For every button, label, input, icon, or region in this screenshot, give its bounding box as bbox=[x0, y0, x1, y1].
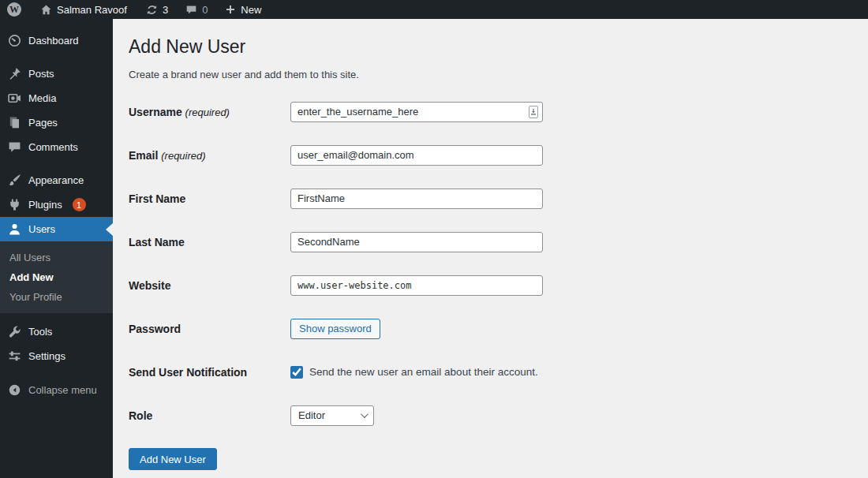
site-name-label: Salman Ravoof bbox=[57, 4, 127, 16]
sidebar-item-media[interactable]: Media bbox=[0, 86, 113, 110]
comment-bubble-icon bbox=[8, 140, 21, 154]
form-row-password: Password Show password bbox=[129, 307, 852, 350]
menu-separator bbox=[0, 53, 113, 62]
sliders-icon bbox=[8, 349, 21, 363]
home-icon bbox=[40, 4, 52, 16]
email-label: Email (required) bbox=[129, 149, 290, 162]
last-name-input[interactable] bbox=[290, 232, 543, 252]
role-select[interactable]: Editor bbox=[290, 405, 374, 426]
menu-separator bbox=[0, 159, 113, 168]
role-label: Role bbox=[129, 409, 290, 422]
submenu-item-your-profile[interactable]: Your Profile bbox=[0, 287, 113, 307]
notification-checkbox[interactable] bbox=[290, 366, 303, 379]
notification-checkbox-label: Send the new user an email about their a… bbox=[309, 366, 538, 378]
first-name-label: First Name bbox=[129, 192, 290, 205]
chevron-down-icon bbox=[361, 410, 369, 418]
sidebar-label: Tools bbox=[28, 326, 52, 338]
submenu-item-all-users[interactable]: All Users bbox=[0, 248, 113, 267]
submenu-item-add-new[interactable]: Add New bbox=[0, 267, 113, 287]
form-row-first-name: First Name bbox=[129, 177, 852, 220]
submenu-label: All Users bbox=[9, 252, 51, 263]
form-row-last-name: Last Name bbox=[129, 220, 852, 263]
sidebar-item-dashboard[interactable]: Dashboard bbox=[0, 28, 113, 53]
sidebar-label: Users bbox=[28, 223, 55, 235]
new-label: New bbox=[241, 4, 261, 16]
sidebar-item-posts[interactable]: Posts bbox=[0, 62, 113, 86]
plugins-update-badge: 1 bbox=[73, 198, 86, 211]
sidebar-label: Dashboard bbox=[28, 35, 79, 47]
sidebar-item-pages[interactable]: Pages bbox=[0, 110, 113, 135]
username-label: Username (required) bbox=[129, 106, 290, 118]
role-selected-value: Editor bbox=[298, 409, 325, 421]
form-row-website: Website bbox=[129, 263, 852, 307]
form-row-role: Role Editor bbox=[129, 394, 852, 437]
notification-label: Send User Notification bbox=[129, 366, 290, 379]
sidebar-item-settings[interactable]: Settings bbox=[0, 344, 113, 368]
dashboard-gauge-icon bbox=[8, 34, 21, 47]
sidebar-label: Pages bbox=[28, 117, 58, 129]
website-label: Website bbox=[129, 279, 290, 292]
user-icon bbox=[8, 222, 21, 236]
comments-menu[interactable]: 0 bbox=[179, 0, 214, 19]
menu-separator bbox=[0, 368, 113, 378]
notification-checkbox-wrap: Send the new user an email about their a… bbox=[290, 366, 538, 379]
admin-top-bar: W Salman Ravoof 3 0 bbox=[0, 0, 868, 19]
last-name-label: Last Name bbox=[129, 236, 290, 248]
add-user-form: Username (required) Email (required) bbox=[129, 90, 852, 470]
first-name-input[interactable] bbox=[290, 189, 543, 209]
sidebar-item-tools[interactable]: Tools bbox=[0, 319, 113, 344]
collapse-arrow-icon bbox=[8, 383, 21, 397]
sidebar-item-users[interactable]: Users bbox=[0, 217, 113, 241]
form-row-username: Username (required) bbox=[129, 90, 852, 133]
form-row-email: Email (required) bbox=[129, 133, 852, 177]
sidebar-item-comments[interactable]: Comments bbox=[0, 135, 113, 159]
wordpress-logo-menu[interactable]: W bbox=[0, 0, 28, 19]
username-input-wrap bbox=[290, 102, 543, 122]
show-password-button[interactable]: Show password bbox=[290, 319, 380, 339]
sidebar-label: Comments bbox=[28, 141, 78, 153]
comments-count: 0 bbox=[202, 4, 208, 16]
plus-icon bbox=[225, 4, 236, 15]
admin-sidebar: Dashboard Posts Media Pages Commen bbox=[0, 19, 113, 478]
wrench-icon bbox=[8, 325, 21, 338]
website-input[interactable] bbox=[290, 275, 543, 296]
sidebar-item-appearance[interactable]: Appearance bbox=[0, 168, 113, 192]
wordpress-logo-icon: W bbox=[7, 2, 21, 17]
updates-count: 3 bbox=[163, 4, 168, 16]
plug-icon bbox=[8, 198, 21, 211]
username-input[interactable] bbox=[290, 102, 543, 122]
pushpin-icon bbox=[8, 67, 21, 80]
sidebar-item-collapse-menu[interactable]: Collapse menu bbox=[0, 378, 113, 402]
updates-menu[interactable]: 3 bbox=[140, 0, 174, 19]
menu-separator bbox=[0, 313, 113, 319]
sidebar-label: Appearance bbox=[28, 174, 84, 186]
new-content-menu[interactable]: New bbox=[219, 0, 268, 19]
media-camera-icon bbox=[8, 91, 21, 105]
email-input[interactable] bbox=[290, 145, 543, 166]
users-submenu: All Users Add New Your Profile bbox=[0, 241, 113, 313]
sidebar-label: Plugins bbox=[28, 199, 62, 211]
sidebar-label: Settings bbox=[28, 350, 65, 362]
required-note: (required) bbox=[185, 106, 230, 118]
required-note: (required) bbox=[161, 150, 205, 162]
sidebar-label: Posts bbox=[28, 68, 54, 80]
wordpress-admin-screen: W Salman Ravoof 3 0 bbox=[0, 0, 868, 478]
form-row-notification: Send User Notification Send the new user… bbox=[129, 350, 852, 394]
site-name-menu[interactable]: Salman Ravoof bbox=[34, 0, 133, 19]
comment-bubble-icon bbox=[185, 4, 197, 16]
sidebar-label: Collapse menu bbox=[28, 384, 97, 396]
paintbrush-icon bbox=[8, 174, 21, 187]
pages-icon bbox=[8, 116, 21, 129]
extension-autofill-icon[interactable] bbox=[529, 106, 538, 118]
sidebar-label: Media bbox=[28, 92, 56, 104]
add-new-user-submit-button[interactable]: Add New User bbox=[129, 448, 217, 470]
page-description: Create a brand new user and add them to … bbox=[129, 69, 852, 80]
password-label: Password bbox=[129, 323, 290, 335]
submenu-label: Add New bbox=[9, 271, 54, 283]
updates-icon bbox=[146, 4, 158, 16]
page-title: Add New User bbox=[129, 35, 852, 58]
sidebar-item-plugins[interactable]: Plugins 1 bbox=[0, 192, 113, 217]
main-content: Add New User Create a brand new user and… bbox=[113, 19, 868, 478]
submenu-label: Your Profile bbox=[9, 291, 62, 303]
